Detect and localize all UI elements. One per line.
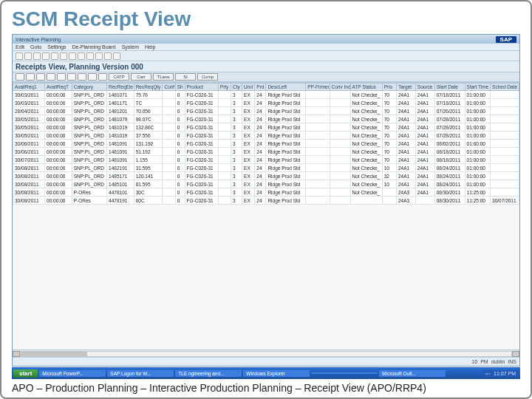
cell[interactable]: 00:00:00 [45, 140, 72, 148]
cell[interactable]: 07/28/2011 [434, 132, 465, 140]
app-toolbar-button[interactable] [16, 73, 24, 81]
cell[interactable]: 07/28/2011 [434, 123, 465, 132]
cell[interactable]: 24A1 [397, 107, 416, 115]
table-row[interactable]: 30/05/201100:00:00SNP:PL_ORD1481019132.8… [13, 123, 519, 132]
cell[interactable]: Ridge Prod Std [266, 123, 306, 132]
cell[interactable]: 01:00:00 [465, 107, 490, 115]
cell[interactable]: 01:00:00 [465, 180, 490, 188]
cell[interactable]: 07/18/2011 [434, 91, 465, 99]
cell[interactable] [218, 99, 231, 107]
table-row[interactable]: 30/07/201100:00:00SNP:PL_ORD14810911.155… [13, 156, 519, 164]
cell[interactable]: Not Checke_ [350, 91, 382, 99]
cell[interactable] [218, 172, 231, 180]
column-header[interactable]: Start Date [434, 83, 465, 91]
cell[interactable]: Ridge Prod Std [266, 148, 306, 156]
app-toolbar-button[interactable] [78, 73, 86, 81]
cell[interactable] [306, 132, 330, 140]
cell[interactable]: Ridge Prod Std [266, 197, 306, 205]
cell[interactable] [163, 123, 175, 132]
cell[interactable]: 01:00:00 [465, 99, 490, 107]
cell[interactable]: 30C [134, 188, 163, 197]
cell[interactable]: EX [242, 140, 255, 148]
column-header[interactable]: DescLeft [266, 83, 306, 91]
table-row[interactable]: 30/03/201100:00:00SNP:PL_ORD1481171TC0FG… [13, 99, 519, 107]
cell[interactable]: 1481091 [107, 140, 134, 148]
toolbar-button[interactable] [95, 52, 103, 60]
cell[interactable]: 98.07C [134, 115, 163, 123]
app-toolbar-button[interactable] [98, 73, 107, 81]
table-row[interactable]: 30/08/201100:00:00SNP:PL_ORD148219131.59… [13, 164, 519, 172]
cell[interactable] [218, 115, 231, 123]
cell[interactable]: 0 [175, 123, 185, 132]
cell[interactable]: 01:00:00 [465, 91, 490, 99]
menu-planning-board[interactable]: De-Planning Board [72, 44, 116, 50]
cell[interactable]: 3 [231, 197, 242, 205]
cell[interactable]: EX [242, 99, 255, 107]
column-header[interactable]: RecReqEle [107, 83, 134, 91]
cell[interactable]: 3 [231, 180, 242, 188]
cell[interactable]: 70 [382, 140, 396, 148]
cell[interactable] [350, 197, 382, 205]
cell[interactable]: 30/07/2011 [491, 197, 519, 205]
horizontal-scrollbar[interactable] [13, 349, 519, 357]
cell[interactable] [330, 156, 350, 164]
cell[interactable]: 3 [231, 132, 242, 140]
cell[interactable]: EX [242, 172, 255, 180]
cell[interactable]: 10 [382, 180, 396, 188]
cell[interactable] [330, 132, 350, 140]
cell[interactable]: 1481201 [107, 107, 134, 115]
cell[interactable]: 08/18/2011 [434, 156, 465, 164]
cell[interactable]: 24A1 [415, 172, 434, 180]
cell[interactable]: 30/05/2011 [13, 123, 45, 132]
cell[interactable]: SNP:PL_ORD [72, 132, 106, 140]
cell[interactable]: 1481079 [107, 115, 134, 123]
cell[interactable]: 24 [255, 132, 266, 140]
cell[interactable]: 3 [231, 99, 242, 107]
cell[interactable]: Ridge Prod Std [266, 188, 306, 197]
cell[interactable] [306, 156, 330, 164]
column-header[interactable]: Prty [218, 83, 231, 91]
cell[interactable] [218, 140, 231, 148]
cell[interactable]: Ridge Prod Std [266, 107, 306, 115]
cell[interactable]: SNP:PL_ORD [72, 164, 106, 172]
cell[interactable] [163, 164, 175, 172]
task-item[interactable]: Microsoft Outl... [379, 370, 446, 377]
cell[interactable]: Ridge Prod Std [266, 164, 306, 172]
cell[interactable]: 24A1 [397, 140, 416, 148]
column-header[interactable]: Conv Ind [330, 83, 350, 91]
cell[interactable]: 0 [175, 91, 185, 99]
cell[interactable] [306, 164, 330, 172]
cell[interactable]: Not Checke_ [350, 99, 382, 107]
cell[interactable]: 3 [231, 140, 242, 148]
cell[interactable]: P-ORes [72, 197, 106, 205]
cell[interactable]: 3 [231, 172, 242, 180]
cell[interactable] [330, 148, 350, 156]
cell[interactable] [163, 99, 175, 107]
tray-icon[interactable]: ◦◦◦ [485, 371, 491, 376]
cell[interactable]: 30/08/2011 [13, 188, 45, 197]
cell[interactable]: 0 [175, 180, 185, 188]
cell[interactable]: 131.192 [134, 140, 163, 148]
table-row[interactable]: 30/06/201100:00:00SNP:PL_ORD1481091131.1… [13, 140, 519, 148]
cell[interactable]: 3 [231, 188, 242, 197]
toolbar-button[interactable] [104, 52, 112, 60]
toolbar-button[interactable] [113, 52, 120, 60]
column-header[interactable]: Category [72, 83, 106, 91]
cell[interactable]: 0 [175, 156, 185, 164]
cell[interactable]: 11:25:00 [465, 197, 490, 205]
table-row[interactable]: 30/05/201100:00:00SNP:PL_ORD148107998.07… [13, 115, 519, 123]
menu-help[interactable]: Help [145, 44, 155, 50]
cell[interactable]: SNP:PL_ORD [72, 172, 106, 180]
cell[interactable]: Ridge Prod Std [266, 99, 306, 107]
cell[interactable]: FG-C020-31 [185, 99, 218, 107]
cell[interactable]: 70 [382, 123, 396, 132]
cell[interactable] [491, 180, 519, 188]
cell[interactable]: Not Checke_ [350, 115, 382, 123]
cell[interactable]: 24A1 [415, 180, 434, 188]
cell[interactable]: 30/06/2011 [13, 140, 45, 148]
cell[interactable]: 70 [382, 132, 396, 140]
cell[interactable]: FG-C020-31 [185, 164, 218, 172]
cell[interactable] [306, 180, 330, 188]
cell[interactable]: 70 [382, 148, 396, 156]
cell[interactable] [163, 172, 175, 180]
